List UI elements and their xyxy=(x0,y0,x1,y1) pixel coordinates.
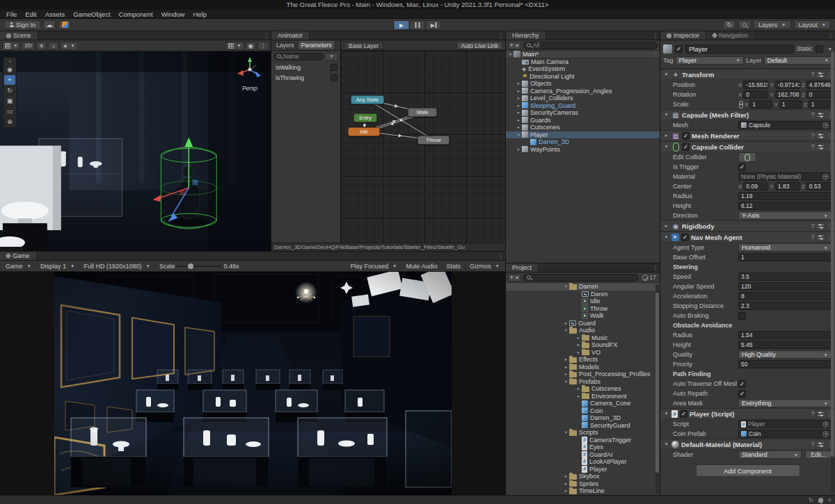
x-value-field[interactable]: 1 xyxy=(749,100,772,108)
foldout-arrow[interactable]: ▾ xyxy=(663,234,669,240)
rect-tool-button[interactable]: ▭ xyxy=(4,106,15,116)
component-header-capsule-mesh-filter[interactable]: ▾Capsule (Mesh Filter)?⋮ xyxy=(660,109,835,120)
checkbox[interactable]: ✓ xyxy=(738,380,746,388)
grid-settings-dropdown[interactable]: ▼ xyxy=(225,42,244,50)
param-checkbox[interactable] xyxy=(331,74,337,81)
value-field[interactable]: 1.54 xyxy=(738,331,832,339)
inspector-scrollbar-thumb[interactable] xyxy=(831,51,834,457)
z-value-field[interactable]: 0 xyxy=(806,90,832,99)
hierarchy-item-eventsystem[interactable]: ◈EventSystem xyxy=(506,65,660,73)
param-checkbox[interactable] xyxy=(331,64,337,71)
foldout-arrow[interactable]: ▸ xyxy=(516,110,522,115)
overlay-grip[interactable]: ≡ xyxy=(4,58,15,64)
base-layer-tab[interactable]: Base Layer xyxy=(344,42,383,49)
animator-parameters-tab[interactable]: Parameters xyxy=(299,41,335,49)
component-header-player-script[interactable]: ▾✓Player (Script)?⋮ xyxy=(660,408,835,419)
project-item-darren-3d[interactable]: Darren_3D xyxy=(506,414,660,422)
object-picker-icon[interactable] xyxy=(822,174,829,180)
gizmos-dropdown[interactable]: Gizmos▼ xyxy=(466,261,504,272)
cloud-button[interactable]: ☁ xyxy=(43,20,56,29)
project-item-walk[interactable]: Walk xyxy=(506,312,660,320)
active-checkbox[interactable]: ✓ xyxy=(675,45,683,53)
project-item-guard[interactable]: ▸Guard xyxy=(506,320,660,327)
state-node-throw[interactable]: Throw xyxy=(418,136,450,145)
shader-dropdown[interactable]: Standard▼ xyxy=(738,450,802,459)
checkbox[interactable]: ✓ xyxy=(738,390,746,398)
tab-project[interactable]: Project xyxy=(506,263,539,272)
pause-button[interactable] xyxy=(410,20,426,30)
link-icon[interactable] xyxy=(738,101,742,108)
component-enabled-checkbox[interactable]: ✓ xyxy=(682,132,690,140)
value-field[interactable]: 3.5 xyxy=(738,273,832,281)
project-item-daren[interactable]: Daren xyxy=(506,291,660,298)
project-item-eyes[interactable]: Eyes xyxy=(506,444,660,451)
scale-slider[interactable] xyxy=(177,266,221,267)
hierarchy-item-player[interactable]: ▾Player xyxy=(506,131,660,139)
state-node-walk[interactable]: Walk xyxy=(408,108,437,117)
y-value-field[interactable]: -0.971417 xyxy=(775,81,800,89)
project-item-music[interactable]: ▸Music xyxy=(506,334,660,342)
project-item-camera-cone[interactable]: Camera_Cone xyxy=(506,400,660,407)
foldout-arrow[interactable]: ▸ xyxy=(563,473,569,479)
object-field[interactable]: Coin xyxy=(738,430,832,438)
y-value-field[interactable]: 1.83 xyxy=(775,182,800,190)
y-value-field[interactable]: 162.708 xyxy=(775,90,800,99)
project-item-coin[interactable]: Coin xyxy=(506,407,660,415)
gameobject-name-field[interactable]: Player xyxy=(685,44,794,54)
layout-dropdown[interactable]: Layout▼ xyxy=(794,20,831,29)
hierarchy-item-cutscenes[interactable]: ▸Cutscenes xyxy=(506,124,660,131)
help-icon[interactable]: ? xyxy=(811,234,815,241)
project-item-guardai[interactable]: GuardAI xyxy=(506,451,660,459)
hierarchy-item-waypoints[interactable]: ▸WayPoints xyxy=(506,146,660,154)
project-scrollbar[interactable] xyxy=(655,284,659,494)
component-enabled-checkbox[interactable]: ✓ xyxy=(682,143,690,151)
scene-viewport[interactable]: ≡ ◉ + ↻ ▣ ▭ ⊕ xyxy=(0,51,271,251)
foldout-arrow[interactable]: ▾ xyxy=(663,72,669,77)
layer-dropdown[interactable]: Default▼ xyxy=(764,56,832,65)
z-value-field[interactable]: 1 xyxy=(809,100,832,108)
dropdown[interactable]: Everything▼ xyxy=(738,399,832,407)
foldout-arrow[interactable]: ▸ xyxy=(663,133,669,138)
x-value-field[interactable]: 0.09 xyxy=(743,182,768,190)
undo-history-button[interactable]: ↻ xyxy=(723,20,735,29)
project-item-sprites[interactable]: ▸Sprites xyxy=(506,480,660,488)
help-icon[interactable]: ? xyxy=(811,222,815,229)
foldout-arrow[interactable]: ▸ xyxy=(563,364,569,370)
hierarchy-item-main-camera[interactable]: Main Camera xyxy=(506,58,660,66)
state-node-entry[interactable]: Entry xyxy=(353,113,377,122)
edit-collider-button[interactable] xyxy=(738,152,756,162)
project-item-prefabs[interactable]: ▾Prefabs xyxy=(506,378,660,386)
hierarchy-search-input[interactable]: All xyxy=(523,42,658,49)
component-header-transform[interactable]: ▾Transform?⋮ xyxy=(660,69,835,80)
value-field[interactable]: 8 xyxy=(738,292,832,300)
project-item-vo[interactable]: ▸VO xyxy=(506,349,660,357)
static-checkbox[interactable] xyxy=(816,45,823,53)
value-field[interactable]: 5.45 xyxy=(738,341,832,349)
component-header-mesh-renderer[interactable]: ▸✓Mesh Renderer?⋮ xyxy=(660,130,835,141)
hierarchy-item-darren-3d[interactable]: Darren_3D xyxy=(506,138,660,146)
menu-window[interactable]: Window xyxy=(157,10,189,19)
object-picker-icon[interactable] xyxy=(822,431,829,437)
object-picker-icon[interactable] xyxy=(822,122,829,129)
project-item-lookatplayer[interactable]: LookAtPlayer xyxy=(506,458,660,466)
project-add-button[interactable]: +▼ xyxy=(508,274,521,282)
foldout-arrow[interactable]: ▸ xyxy=(516,95,522,101)
project-item-timeline[interactable]: ▸TimeLine xyxy=(506,487,660,495)
menu-help[interactable]: Help xyxy=(189,10,211,19)
value-field[interactable]: 50 xyxy=(738,360,832,368)
add-parameter-button[interactable]: + xyxy=(325,53,338,60)
game-view-mode-dropdown[interactable]: Game▼ xyxy=(1,261,36,272)
menu-gameobject[interactable]: GameObject xyxy=(69,10,114,19)
console-icon[interactable]: ≡ xyxy=(828,496,832,504)
foldout-arrow[interactable]: ▾ xyxy=(663,144,669,149)
menu-edit[interactable]: Edit xyxy=(21,10,40,19)
foldout-arrow[interactable]: ▸ xyxy=(575,350,582,355)
component-header-rigidbody[interactable]: ▸Rigidbody?⋮ xyxy=(660,220,835,231)
static-dropdown-icon[interactable]: ▼ xyxy=(828,47,832,51)
game-viewport[interactable] xyxy=(0,272,505,495)
tab-navigation[interactable]: Navigation xyxy=(706,31,756,40)
foldout-arrow[interactable]: ▸ xyxy=(663,223,669,229)
step-button[interactable]: ▶ xyxy=(426,20,442,30)
progress-icon[interactable]: ↻ xyxy=(809,496,813,504)
foldout-arrow[interactable]: ▾ xyxy=(663,441,669,447)
